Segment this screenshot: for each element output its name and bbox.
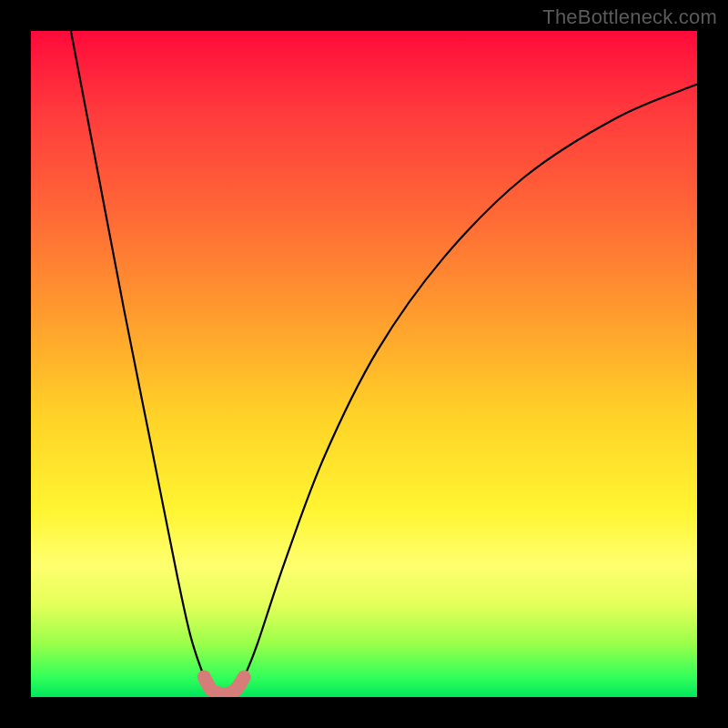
curve-svg xyxy=(31,31,697,697)
plot-area xyxy=(31,31,697,697)
minimum-bead xyxy=(198,672,210,683)
bottleneck-curve xyxy=(71,31,697,694)
chart-frame: TheBottleneck.com xyxy=(0,0,728,728)
minimum-beads xyxy=(198,672,250,698)
minimum-bead xyxy=(238,672,250,683)
watermark-text: TheBottleneck.com xyxy=(542,5,717,29)
minimum-bead xyxy=(230,681,244,694)
